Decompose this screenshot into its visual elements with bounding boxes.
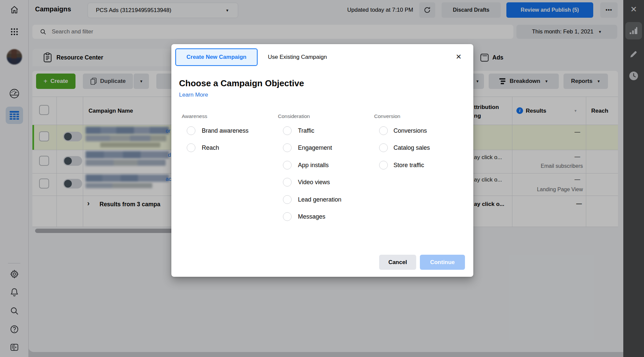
radio-conversions[interactable] — [379, 126, 388, 135]
radio-store-traffic[interactable] — [379, 161, 388, 169]
radio-video-views[interactable] — [283, 178, 292, 187]
radio-brand-awareness[interactable] — [187, 126, 195, 135]
close-icon[interactable]: ✕ — [453, 51, 465, 63]
modal-title: Choose a Campaign Objective — [179, 78, 304, 89]
ads-manager-screen: Campaigns PCS Ads (312194959513948) ▼ Up… — [0, 0, 644, 357]
radio-catalog-sales[interactable] — [379, 143, 388, 152]
radio-engagement[interactable] — [283, 143, 292, 152]
objective-group-consideration: Consideration — [278, 113, 310, 119]
create-campaign-modal: Create New Campaign Use Existing Campaig… — [171, 44, 473, 277]
tab-use-existing-campaign[interactable]: Use Existing Campaign — [268, 48, 327, 66]
tab-create-new-campaign[interactable]: Create New Campaign — [175, 48, 258, 66]
radio-traffic[interactable] — [283, 126, 292, 135]
cancel-button[interactable]: Cancel — [379, 255, 416, 270]
radio-app-installs[interactable] — [283, 161, 292, 169]
radio-reach[interactable] — [187, 143, 195, 152]
objective-group-conversion: Conversion — [374, 113, 400, 119]
radio-lead-generation[interactable] — [283, 195, 292, 204]
learn-more-link[interactable]: Learn More — [179, 92, 208, 98]
continue-button[interactable]: Continue — [420, 255, 465, 270]
objective-group-awareness: Awareness — [182, 113, 207, 119]
radio-messages[interactable] — [283, 212, 292, 221]
